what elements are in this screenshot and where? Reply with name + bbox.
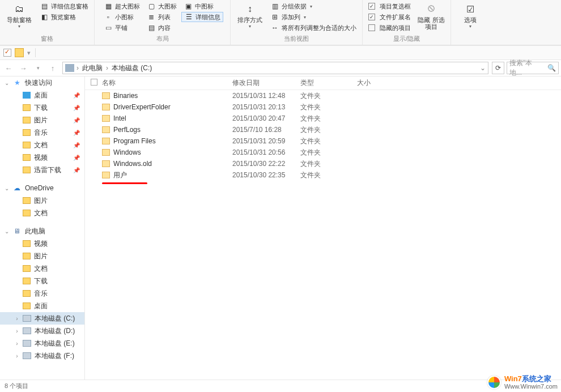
nav-quick-item[interactable]: 迅雷下载📌 <box>0 164 84 176</box>
nav-onedrive-item[interactable]: 文档 <box>0 207 84 219</box>
ribbon-group-show: ✓项目复选框 ✓文件扩展名 隐藏的项目 🛇 隐藏 所选项目 显示/隐藏 <box>363 0 451 45</box>
item-count: 8 个项目 <box>5 382 28 390</box>
col-name[interactable]: 名称 <box>102 78 232 88</box>
crumb-drive[interactable]: 本地磁盘 (C:) <box>110 63 153 73</box>
options-button[interactable]: ☑ 选项 ▾ <box>454 1 486 30</box>
qat-folder-icon[interactable] <box>15 48 24 57</box>
nav-drive-item[interactable]: ›本地磁盘 (C:) <box>0 312 84 325</box>
address-dropdown[interactable]: ⌄ <box>480 64 486 72</box>
search-icon: 🔍 <box>547 64 556 72</box>
select-all-checkbox[interactable] <box>91 79 97 86</box>
view-tiles[interactable]: ▭平铺 <box>101 23 142 33</box>
add-column-button[interactable]: ⊞添加列▾ <box>268 12 359 22</box>
details-pane-icon: ▤ <box>40 2 49 11</box>
nav-this-pc[interactable]: ⌄🖥此电脑 <box>0 225 84 237</box>
table-row[interactable]: Binaries2015/10/31 12:48文件夹 <box>85 90 561 101</box>
table-row[interactable]: PerfLogs2015/7/10 16:28文件夹 <box>85 124 561 135</box>
search-placeholder: 搜索"本地... <box>509 58 543 78</box>
folder-icon <box>102 104 110 110</box>
group-by-button[interactable]: ▥分组依据▾ <box>268 1 359 11</box>
options-icon: ☑ <box>464 2 477 16</box>
details-pane-button[interactable]: ▤详细信息窗格 <box>37 1 91 11</box>
folder-icon <box>102 92 110 99</box>
nav-pc-item[interactable]: 桌面 <box>0 300 84 312</box>
table-row[interactable]: Program Files2015/10/31 20:59文件夹 <box>85 135 561 147</box>
table-row[interactable]: DriverExpertFolder2015/10/31 20:13文件夹 <box>85 101 561 113</box>
group-label: 当前视图 <box>284 34 309 44</box>
col-type[interactable]: 类型 <box>300 78 357 88</box>
checkboxes-toggle[interactable]: ✓项目复选框 <box>366 1 413 11</box>
preview-pane-icon: ◧ <box>40 12 49 22</box>
nav-quick-item[interactable]: 桌面📌 <box>0 89 84 101</box>
nav-drive-item[interactable]: ›本地磁盘 (D:) <box>0 325 84 337</box>
qat-checkbox-icon[interactable]: ✓ <box>3 49 11 57</box>
nav-drive-item[interactable]: ›本地磁盘 (E:) <box>0 337 84 350</box>
nav-quick-item[interactable]: 视频📌 <box>0 151 84 164</box>
hide-selected-button[interactable]: 🛇 隐藏 所选项目 <box>415 1 447 31</box>
nav-quick-item[interactable]: 图片📌 <box>0 114 84 126</box>
ribbon-group-options: ☑ 选项 ▾ <box>451 0 490 45</box>
nav-quick-item[interactable]: 文档📌 <box>0 139 84 151</box>
extensions-toggle[interactable]: ✓文件扩展名 <box>366 12 413 22</box>
view-list[interactable]: ≣列表 <box>144 12 179 22</box>
ribbon-group-view: ↕ 排序方式 ▾ ▥分组依据▾ ⊞添加列▾ ↔将所有列调整为合适的大小 当前视图 <box>231 0 363 45</box>
refresh-button[interactable]: ⟳ <box>492 62 504 74</box>
nav-quick-access[interactable]: ⌄★快速访问 <box>0 76 84 89</box>
folder-icon <box>102 149 110 156</box>
nav-drive-item[interactable]: ›本地磁盘 (F:) <box>0 350 84 362</box>
group-label: 显示/隐藏 <box>393 34 420 44</box>
watermark: Win7系统之家 Www.Winwin7.com <box>487 375 558 390</box>
nav-pc-item[interactable]: 图片 <box>0 250 84 262</box>
nav-onedrive[interactable]: ⌄☁OneDrive <box>0 182 84 194</box>
file-list: 名称 修改日期 类型 大小 Binaries2015/10/31 12:48文件… <box>85 76 561 380</box>
up-button[interactable]: ↑ <box>46 62 59 74</box>
hidden-toggle[interactable]: 隐藏的项目 <box>366 23 413 33</box>
sort-button[interactable]: ↕ 排序方式 ▾ <box>234 1 266 30</box>
folder-icon <box>102 115 110 122</box>
hide-selected-icon: 🛇 <box>424 2 438 16</box>
nav-pc-item[interactable]: 文档 <box>0 262 84 275</box>
view-medium[interactable]: ▣中图标 <box>181 1 223 11</box>
table-row[interactable]: Windows.old2015/10/30 22:22文件夹 <box>85 158 561 169</box>
column-headers: 名称 修改日期 类型 大小 <box>85 76 561 90</box>
nav-pc-item[interactable]: 下载 <box>0 275 84 287</box>
ribbon: 🗂 导航窗格 ▾ ▤详细信息窗格 ◧预览窗格 窗格 ▦超大图标 ▫小图标 ▭平铺… <box>0 0 561 45</box>
nav-pc-item[interactable]: 音乐 <box>0 287 84 300</box>
recent-dropdown[interactable]: ▾ <box>32 62 44 74</box>
status-bar: 8 个项目 <box>0 380 561 392</box>
forward-button[interactable]: → <box>17 62 29 74</box>
col-date[interactable]: 修改日期 <box>232 78 300 88</box>
explorer-body: ⌄★快速访问桌面📌下载📌图片📌音乐📌文档📌视频📌迅雷下载📌⌄☁OneDrive图… <box>0 76 561 380</box>
view-large[interactable]: ▢大图标 <box>144 1 179 11</box>
address-bar: ← → ▾ ↑ › 此电脑 › 本地磁盘 (C:) ⌄ ⟳ 搜索"本地... 🔍 <box>0 60 561 76</box>
nav-pane-button[interactable]: 🗂 导航窗格 ▾ <box>3 1 35 30</box>
preview-pane-button[interactable]: ◧预览窗格 <box>37 12 91 22</box>
nav-quick-item[interactable]: 下载📌 <box>0 101 84 114</box>
nav-quick-item[interactable]: 音乐📌 <box>0 126 84 139</box>
group-label: 布局 <box>156 34 169 44</box>
ribbon-group-panes: 🗂 导航窗格 ▾ ▤详细信息窗格 ◧预览窗格 窗格 <box>0 0 95 45</box>
crumb-this-pc[interactable]: 此电脑 <box>81 63 104 73</box>
table-row[interactable]: Intel2015/10/30 20:47文件夹 <box>85 113 561 124</box>
nav-pane: ⌄★快速访问桌面📌下载📌图片📌音乐📌文档📌视频📌迅雷下载📌⌄☁OneDrive图… <box>0 76 85 380</box>
view-content[interactable]: ▤内容 <box>144 23 179 33</box>
sort-icon: ↕ <box>243 2 257 16</box>
folder-icon <box>102 160 110 167</box>
nav-onedrive-item[interactable]: 图片 <box>0 194 84 207</box>
folder-icon <box>102 138 110 144</box>
folder-icon <box>102 126 110 133</box>
search-box[interactable]: 搜索"本地... 🔍 <box>507 62 559 74</box>
address-path[interactable]: › 此电脑 › 本地磁盘 (C:) ⌄ <box>62 62 488 74</box>
view-details[interactable]: ☰详细信息 <box>181 12 223 22</box>
fit-columns-button[interactable]: ↔将所有列调整为合适的大小 <box>268 23 359 33</box>
back-button[interactable]: ← <box>2 62 15 74</box>
view-small[interactable]: ▫小图标 <box>101 12 142 22</box>
nav-pc-item[interactable]: 视频 <box>0 237 84 250</box>
table-row[interactable]: Windows2015/10/31 20:56文件夹 <box>85 147 561 158</box>
nav-pane-icon: 🗂 <box>12 2 26 16</box>
folder-icon <box>102 172 110 178</box>
table-row[interactable]: 用户2015/10/30 22:35文件夹 <box>85 169 561 181</box>
highlight-underline <box>102 182 147 184</box>
col-size[interactable]: 大小 <box>357 78 402 88</box>
view-extra-large[interactable]: ▦超大图标 <box>101 1 142 11</box>
